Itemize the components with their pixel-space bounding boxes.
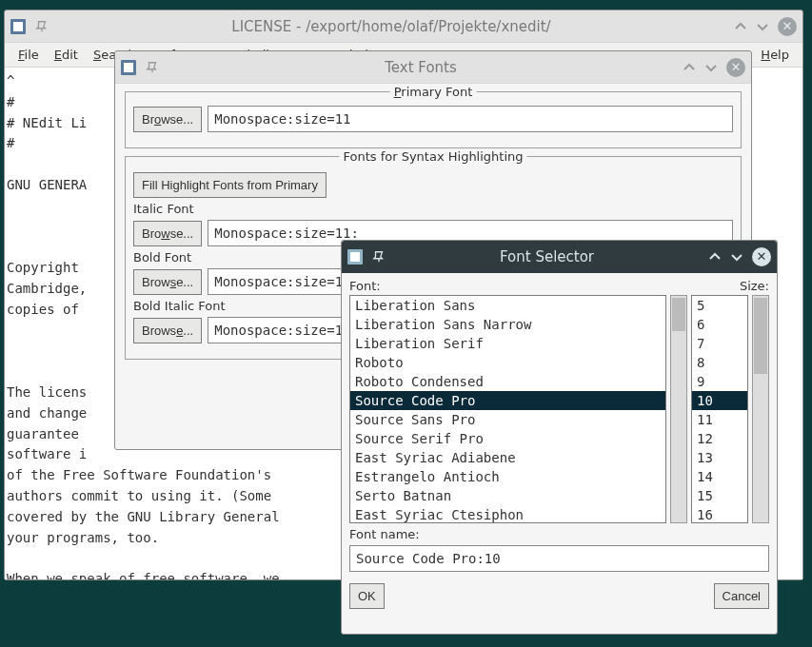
- shade-icon[interactable]: [683, 61, 696, 74]
- size-column-header: Size:: [689, 279, 769, 293]
- shade-icon[interactable]: [734, 20, 747, 33]
- font-option[interactable]: Liberation Sans: [350, 296, 665, 315]
- size-option[interactable]: 12: [692, 429, 747, 448]
- italic-browse-button[interactable]: Browse...: [133, 221, 202, 246]
- pin-icon[interactable]: [35, 20, 49, 33]
- size-option[interactable]: 15: [692, 486, 747, 505]
- font-option[interactable]: Liberation Sans Narrow: [350, 315, 665, 334]
- minimize-icon[interactable]: [730, 250, 743, 264]
- fontname-input[interactable]: [349, 545, 769, 572]
- primary-font-group: Primary Font Browse...: [125, 91, 742, 148]
- pin-icon[interactable]: [372, 250, 386, 264]
- app-icon: [347, 249, 363, 265]
- font-selector-dialog: Font Selector ✕ Font: Size: Liberation S…: [341, 240, 778, 635]
- size-option[interactable]: 13: [692, 448, 747, 467]
- font-option[interactable]: East Syriac Ctesiphon: [350, 505, 665, 523]
- fontname-label: Font name:: [349, 527, 769, 541]
- size-option[interactable]: 11: [692, 410, 747, 429]
- size-option[interactable]: 5: [692, 296, 747, 315]
- italic-font-label: Italic Font: [133, 202, 733, 216]
- size-option[interactable]: 10: [692, 391, 747, 410]
- size-option[interactable]: 16: [692, 505, 747, 523]
- svg-rect-5: [350, 252, 360, 262]
- font-option[interactable]: Source Code Pro: [350, 391, 665, 410]
- shade-icon[interactable]: [708, 250, 722, 264]
- size-option[interactable]: 8: [692, 353, 747, 372]
- font-option[interactable]: Source Sans Pro: [350, 410, 665, 429]
- textfonts-titlebar[interactable]: Text Fonts ✕: [115, 51, 751, 84]
- window-title: LICENSE - /export/home/olaf/Projekte/xne…: [58, 18, 724, 35]
- syntax-fonts-label: Fonts for Syntax Highlighting: [339, 149, 526, 164]
- menu-file[interactable]: File: [10, 45, 47, 65]
- font-option[interactable]: Roboto: [350, 353, 665, 372]
- size-scrollbar[interactable]: [752, 295, 769, 523]
- fontselector-ok-button[interactable]: OK: [349, 583, 385, 609]
- font-scrollbar[interactable]: [670, 295, 687, 523]
- app-icon: [10, 19, 26, 34]
- font-option[interactable]: Source Serif Pro: [350, 429, 665, 448]
- close-icon[interactable]: ✕: [726, 58, 745, 77]
- fontselector-cancel-button[interactable]: Cancel: [714, 583, 769, 609]
- size-option[interactable]: 14: [692, 467, 747, 486]
- editor-titlebar[interactable]: LICENSE - /export/home/olaf/Projekte/xne…: [5, 10, 802, 43]
- font-option[interactable]: Serto Batnan: [350, 486, 665, 505]
- size-option[interactable]: 9: [692, 372, 747, 391]
- bolditalic-browse-button[interactable]: Browse...: [133, 318, 202, 343]
- svg-rect-3: [124, 63, 133, 72]
- close-icon[interactable]: ✕: [778, 17, 797, 36]
- minimize-icon[interactable]: [756, 20, 769, 33]
- primary-font-label: Primary Font: [394, 85, 473, 99]
- app-icon: [121, 60, 136, 75]
- pin-icon[interactable]: [146, 61, 159, 74]
- size-option[interactable]: 6: [692, 315, 747, 334]
- fontselector-title: Font Selector: [395, 248, 699, 265]
- close-icon[interactable]: ✕: [752, 247, 771, 266]
- font-option[interactable]: Liberation Serif: [350, 334, 665, 353]
- menu-edit[interactable]: Edit: [47, 45, 86, 65]
- primary-font-input[interactable]: [208, 106, 733, 132]
- font-option[interactable]: Roboto Condensed: [350, 372, 665, 391]
- font-option[interactable]: East Syriac Adiabene: [350, 448, 665, 467]
- minimize-icon[interactable]: [704, 61, 718, 74]
- font-column-header: Font:: [349, 279, 685, 293]
- size-listbox[interactable]: 5678910111213141516: [691, 295, 748, 523]
- textfonts-title: Text Fonts: [168, 59, 673, 76]
- font-listbox[interactable]: Liberation SansLiberation Sans NarrowLib…: [349, 295, 666, 523]
- fill-highlight-button[interactable]: Fill Highlight Fonts from Primary: [133, 172, 327, 198]
- fontselector-titlebar[interactable]: Font Selector ✕: [342, 241, 777, 273]
- primary-browse-button[interactable]: Browse...: [133, 107, 202, 132]
- svg-rect-1: [13, 22, 23, 31]
- menu-help[interactable]: Help: [753, 45, 797, 65]
- font-option[interactable]: Estrangelo Antioch: [350, 467, 665, 486]
- size-option[interactable]: 7: [692, 334, 747, 353]
- bold-browse-button[interactable]: Browse...: [133, 269, 202, 295]
